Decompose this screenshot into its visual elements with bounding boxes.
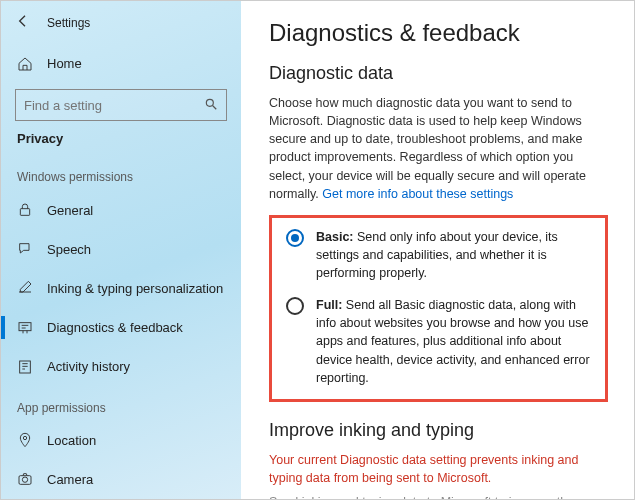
radio-full[interactable]: Full: Send all Basic diagnostic data, al…: [286, 296, 591, 387]
back-icon[interactable]: [15, 13, 31, 32]
svg-point-6: [22, 477, 27, 482]
radio-full-circle[interactable]: [286, 297, 304, 315]
search-input[interactable]: [24, 98, 204, 113]
search-icon: [204, 97, 218, 114]
diagnostic-learn-more-link[interactable]: Get more info about these settings: [322, 187, 513, 201]
sidebar-item-general[interactable]: General: [1, 190, 241, 229]
svg-point-4: [23, 437, 26, 440]
pen-icon: [17, 280, 33, 296]
radio-basic-circle[interactable]: [286, 229, 304, 247]
inking-warning: Your current Diagnostic data setting pre…: [269, 451, 608, 487]
window-title: Settings: [47, 16, 90, 30]
sidebar-item-label: Diagnostics & feedback: [47, 320, 183, 335]
sidebar-item-label: Inking & typing personalization: [47, 281, 223, 296]
main-content: Diagnostics & feedback Diagnostic data C…: [241, 1, 634, 499]
radio-full-text: Full: Send all Basic diagnostic data, al…: [316, 296, 591, 387]
page-title: Diagnostics & feedback: [269, 19, 608, 47]
diagnostic-intro-text: Choose how much diagnostic data you want…: [269, 96, 586, 201]
svg-point-0: [206, 99, 213, 106]
sidebar-item-location[interactable]: Location: [1, 421, 241, 460]
sidebar-item-label: General: [47, 203, 93, 218]
sidebar-home-label: Home: [47, 56, 82, 71]
sidebar-item-label: Activity history: [47, 359, 130, 374]
svg-rect-1: [20, 209, 29, 216]
sidebar-item-speech[interactable]: Speech: [1, 230, 241, 269]
lock-icon: [17, 202, 33, 218]
inking-description: Send inking and typing data to Microsoft…: [269, 493, 608, 499]
sidebar-header: Settings: [1, 1, 241, 44]
section-header-windows-permissions: Windows permissions: [1, 156, 241, 190]
sidebar-item-label: Location: [47, 433, 96, 448]
radio-basic[interactable]: Basic: Send only info about your device,…: [286, 228, 591, 282]
sidebar-item-activity[interactable]: Activity history: [1, 347, 241, 386]
speech-icon: [17, 241, 33, 257]
diagnostic-intro: Choose how much diagnostic data you want…: [269, 94, 608, 203]
sidebar-item-label: Camera: [47, 472, 93, 487]
section-inking-header: Improve inking and typing: [269, 420, 608, 441]
diagnostic-options-highlight: Basic: Send only info about your device,…: [269, 215, 608, 402]
feedback-icon: [17, 320, 33, 336]
camera-icon: [17, 471, 33, 487]
svg-rect-2: [19, 322, 31, 330]
history-icon: [17, 359, 33, 375]
radio-basic-text: Basic: Send only info about your device,…: [316, 228, 591, 282]
section-header-app-permissions: App permissions: [1, 387, 241, 421]
svg-rect-3: [20, 361, 31, 373]
home-icon: [17, 56, 33, 72]
active-category: Privacy: [1, 129, 241, 156]
sidebar-item-diagnostics[interactable]: Diagnostics & feedback: [1, 308, 241, 347]
location-icon: [17, 432, 33, 448]
search-box[interactable]: [15, 89, 227, 121]
sidebar-item-camera[interactable]: Camera: [1, 460, 241, 499]
sidebar-home[interactable]: Home: [1, 44, 241, 83]
sidebar: Settings Home Privacy Windows permission…: [1, 1, 241, 499]
sidebar-item-label: Speech: [47, 242, 91, 257]
sidebar-item-inking[interactable]: Inking & typing personalization: [1, 269, 241, 308]
section-diagnostic-data-header: Diagnostic data: [269, 63, 608, 84]
